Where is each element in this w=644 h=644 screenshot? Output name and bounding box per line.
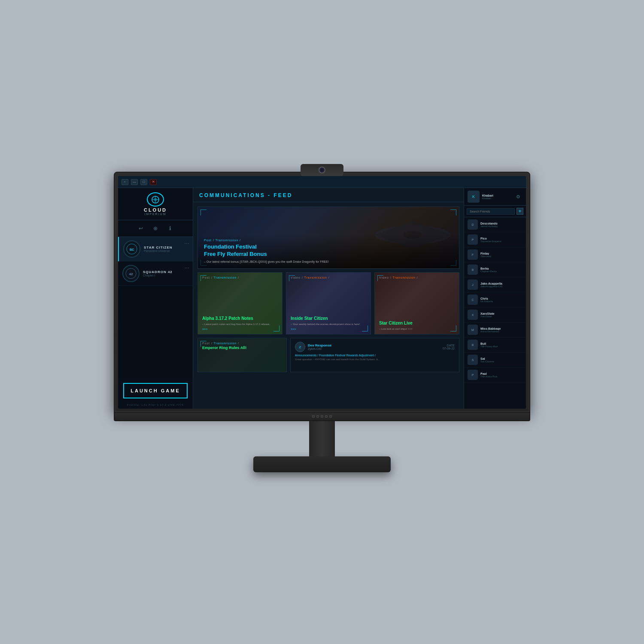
- friend-handle-9: Sal-Citizens: [480, 360, 522, 363]
- logo-sub: IMPERIUM: [145, 213, 167, 216]
- friend-avatar-3: B: [468, 264, 478, 275]
- friend-info-1: Pico Supreme-Emperor: [480, 237, 522, 243]
- corner-bracket-tl: [200, 210, 207, 216]
- grid-card-0-title: Alpha 3.17.2 Patch Notes: [202, 316, 278, 321]
- friend-item-1[interactable]: P Pico Supreme-Emperor: [464, 232, 526, 247]
- grid-card-0-more: >>>: [202, 328, 278, 331]
- sidebar-spacer: [118, 286, 193, 378]
- webcam: [301, 164, 343, 176]
- friend-handle-8: TIB-Frosty-Bull: [480, 345, 522, 348]
- feed-area[interactable]: Post / Transmission / Foundation Festiva…: [193, 202, 464, 409]
- grid-card-1-content: Video / Transmission / Inside Star Citiz…: [286, 273, 371, 334]
- friend-info-7: Miss-Babbage Anna-Demetriou: [480, 327, 522, 333]
- friend-avatar-5: C: [468, 295, 478, 305]
- grid-card-1[interactable]: Video / Transmission / Inside Star Citiz…: [286, 272, 371, 334]
- sidebar-item-star-citizen[interactable]: SC STAR CITIZEN Persistent Universe ···: [118, 237, 193, 261]
- dev-response-header: Z Dev Response Zyloh-CIG DATE 07-08-: [295, 342, 455, 352]
- stand-base: [253, 456, 391, 472]
- bottom-post-tag: Post / Transmission /: [202, 342, 282, 345]
- friend-name-9: Sal: [480, 357, 522, 360]
- friend-item-10[interactable]: P Paul The-Astro-Pub: [464, 368, 526, 383]
- star-citizen-name: STAR CITIZEN: [144, 246, 188, 249]
- friend-item-6[interactable]: X XaroState XaroState: [464, 307, 526, 322]
- monitor-button-4[interactable]: [325, 415, 328, 418]
- monitor-button-2[interactable]: [316, 415, 319, 418]
- user-name: Khabari: [482, 194, 511, 197]
- title-bar-left: ← — □ ✕: [122, 179, 157, 185]
- friend-item-7[interactable]: M Miss-Babbage Anna-Demetriou: [464, 322, 526, 337]
- user-avatar: K: [468, 191, 480, 203]
- friend-item-0[interactable]: D Descolando Jared-Huckaby: [464, 217, 526, 232]
- friend-name-6: XaroState: [480, 312, 522, 315]
- main-title: COMMUNICATIONS - FEED: [199, 192, 458, 198]
- squadron42-name: SQUADRON 42: [143, 270, 188, 274]
- add-icon[interactable]: ⊕: [151, 224, 160, 233]
- star-citizen-menu[interactable]: ···: [184, 240, 189, 246]
- grid-card-0[interactable]: Post / Transmission / Alpha 3.17.2 Patch…: [197, 272, 283, 334]
- friend-info-9: Sal Sal-Citizens: [480, 357, 522, 363]
- search-friends-input[interactable]: [467, 208, 515, 215]
- friend-info-10: Paul The-Astro-Pub: [480, 372, 522, 378]
- corner-bracket-tr: [450, 210, 456, 216]
- friend-handle-0: Jared-Huckaby: [480, 225, 522, 228]
- sidebar-logo: CLOUD IMPERIUM: [118, 188, 193, 220]
- grid-card-0-desc: – Latest patch notes and bug fixes for A…: [202, 322, 278, 326]
- bottom-post-row: Post / Transmission / Emperor Ring Rules…: [197, 338, 459, 372]
- grid-card-1-more: >>>: [291, 328, 366, 331]
- monitor-button-1[interactable]: [312, 415, 315, 418]
- friend-avatar-6: X: [468, 310, 478, 320]
- search-row: +: [464, 206, 526, 217]
- dev-date-label: DATE: [443, 344, 455, 347]
- dev-date-block: DATE 07-08-22: [443, 344, 455, 350]
- friend-handle-7: Anna-Demetriou: [480, 330, 522, 333]
- friend-name-8: Bull: [480, 342, 522, 345]
- info-icon[interactable]: ℹ: [165, 224, 175, 233]
- svg-text:SC: SC: [129, 248, 134, 252]
- grid-card-1-title: Inside Star Citizen: [291, 316, 366, 321]
- settings-button[interactable]: ⚙: [514, 192, 522, 201]
- friend-avatar-8: B: [468, 340, 478, 350]
- friend-item-5[interactable]: C Chris Mr.Roberts: [464, 292, 526, 307]
- star-citizen-sub: Persistent Universe: [144, 249, 188, 252]
- back-icon[interactable]: ↩: [136, 224, 146, 233]
- friend-info-2: Finlay Stormwal: [480, 252, 522, 258]
- maximize-button[interactable]: □: [140, 179, 147, 185]
- minimize-button[interactable]: —: [131, 179, 138, 185]
- stand-neck: [309, 421, 335, 457]
- monitor-button-3[interactable]: [321, 415, 323, 418]
- user-handle: Khabari: [482, 197, 511, 200]
- friend-name-5: Chris: [480, 297, 522, 300]
- friend-avatar-2: F: [468, 249, 478, 260]
- grid-card-2-title: Star Citizen Live: [379, 320, 455, 326]
- friend-item-2[interactable]: F Finlay Stormwal: [464, 247, 526, 262]
- main-header: COMMUNICATIONS - FEED: [193, 188, 464, 202]
- friend-item-8[interactable]: B Bull TIB-Frosty-Bull: [464, 337, 526, 352]
- sidebar: CLOUD IMPERIUM ↩ ⊕ ℹ SC: [118, 188, 193, 409]
- dev-name-block: Dev Response Zyloh-CIG: [308, 343, 331, 350]
- sidebar-item-squadron42[interactable]: 42 SQUADRON 42 Chapter I ···: [118, 261, 193, 286]
- back-button[interactable]: ←: [122, 179, 128, 185]
- grid-card-2[interactable]: Video / Transmission / Star Citizen Live…: [374, 272, 459, 334]
- squadron42-menu[interactable]: ···: [184, 264, 189, 271]
- close-button[interactable]: ✕: [150, 179, 157, 185]
- star-citizen-info: STAR CITIZEN Persistent Universe: [144, 246, 188, 252]
- friend-avatar-0: D: [468, 219, 478, 230]
- bottom-post-card[interactable]: Post / Transmission / Emperor Ring Rules…: [197, 338, 287, 372]
- launch-game-button[interactable]: LAUNCH GAME: [123, 383, 188, 398]
- friend-item-4[interactable]: J Jake-Acappella JakeAcappella-CIG: [464, 277, 526, 292]
- monitor-button-5[interactable]: [329, 415, 332, 418]
- svg-text:42: 42: [129, 272, 133, 276]
- featured-card[interactable]: Post / Transmission / Foundation Festiva…: [197, 207, 459, 269]
- friend-item-9[interactable]: S Sal Sal-Citizens: [464, 352, 526, 368]
- dev-handle: Zyloh-CIG: [308, 347, 331, 350]
- grid-card-1-desc: – Your weekly behind-the-scenes developm…: [291, 322, 366, 326]
- friends-list: D Descolando Jared-Huckaby P Pico Suprem…: [464, 217, 526, 409]
- dev-response-label: Dev Response: [308, 343, 331, 347]
- add-friend-button[interactable]: +: [516, 208, 523, 215]
- friend-item-3[interactable]: B Berka Captain-Berks: [464, 262, 526, 277]
- dev-date: 07-08-22: [443, 347, 455, 350]
- dev-response-card[interactable]: Z Dev Response Zyloh-CIG DATE 07-08-: [290, 338, 459, 372]
- title-bar: ← — □ ✕: [118, 176, 526, 188]
- featured-desc: – Our latest referral bonus [STAR-JBCK-Q…: [204, 260, 453, 264]
- squadron42-info: SQUADRON 42 Chapter I: [143, 270, 188, 277]
